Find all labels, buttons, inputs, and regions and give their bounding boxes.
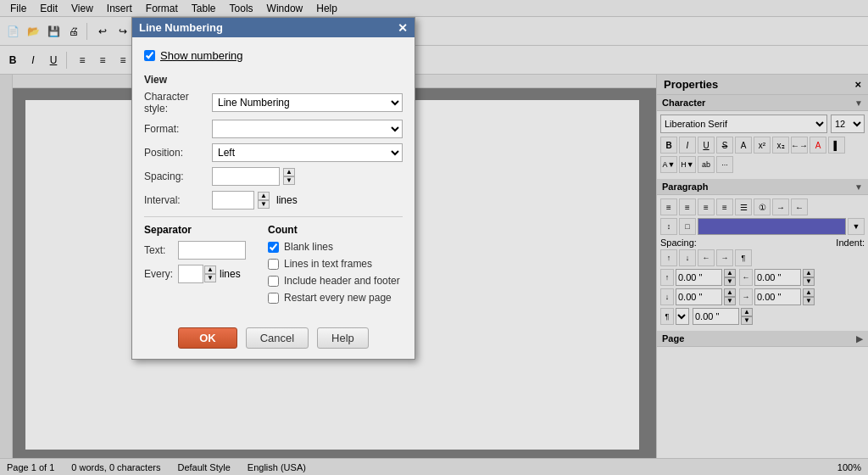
every-spinner[interactable]: ▲ ▼ — [204, 265, 216, 282]
count-header: Count — [268, 224, 403, 236]
dialog-close-button[interactable]: ✕ — [398, 22, 408, 34]
spacing-input[interactable]: 0.50 cm — [212, 167, 280, 186]
position-wrapper: Left — [212, 143, 403, 162]
divider — [144, 216, 403, 217]
separator-header: Separator — [144, 224, 254, 236]
every-suffix: lines — [220, 268, 241, 280]
format-select[interactable] — [212, 120, 403, 138]
include-header-footer-row: Include header and footer — [268, 275, 403, 287]
interval-down[interactable]: ▼ — [258, 200, 270, 209]
blank-lines-row: Blank lines — [268, 241, 403, 253]
show-numbering-label: Show numbering — [160, 49, 243, 62]
separator-count-columns: Separator Text: Every: 3 ▲ ▼ lines — [144, 224, 403, 309]
count-section: Count Blank lines Lines in text frames I… — [268, 224, 403, 309]
spacing-wrapper: 0.50 cm ▲ ▼ — [212, 167, 403, 186]
position-select[interactable]: Left — [212, 143, 403, 162]
format-row: Format: — [144, 120, 403, 138]
show-numbering-row: Show numbering — [144, 46, 403, 65]
include-header-footer-checkbox[interactable] — [268, 276, 279, 287]
every-row: Every: 3 ▲ ▼ lines — [144, 265, 254, 283]
interval-label: Interval: — [144, 194, 212, 206]
lines-in-frames-row: Lines in text frames — [268, 258, 403, 270]
interval-wrapper: 5 ▲ ▼ lines — [212, 191, 403, 210]
spacing-row: Spacing: 0.50 cm ▲ ▼ — [144, 167, 403, 186]
every-down[interactable]: ▼ — [204, 274, 216, 282]
lines-in-frames-label: Lines in text frames — [284, 258, 372, 270]
character-style-label: Character style: — [144, 91, 212, 115]
restart-every-page-row: Restart every new page — [268, 292, 403, 304]
blank-lines-checkbox[interactable] — [268, 242, 279, 253]
character-style-row: Character style: Line Numbering — [144, 91, 403, 115]
help-button[interactable]: Help — [317, 327, 369, 349]
interval-suffix: lines — [276, 194, 298, 206]
every-label: Every: — [144, 268, 178, 280]
dialog-buttons: OK Cancel Help — [132, 321, 415, 359]
interval-row: Interval: 5 ▲ ▼ lines — [144, 191, 403, 210]
spacing-down[interactable]: ▼ — [283, 176, 295, 185]
text-label: Text: — [144, 244, 178, 256]
format-wrapper — [212, 120, 403, 138]
interval-up[interactable]: ▲ — [258, 192, 270, 200]
separator-section: Separator Text: Every: 3 ▲ ▼ lines — [144, 224, 254, 309]
line-numbering-dialog: Line Numbering ✕ Show numbering View Cha… — [131, 17, 415, 360]
include-header-footer-label: Include header and footer — [284, 275, 400, 287]
text-input[interactable] — [178, 241, 246, 260]
dialog-titlebar: Line Numbering ✕ — [132, 18, 415, 37]
every-input[interactable]: 3 — [178, 265, 203, 283]
character-style-select[interactable]: Line Numbering — [212, 93, 403, 112]
interval-spinner[interactable]: ▲ ▼ — [258, 192, 270, 209]
format-label: Format: — [144, 123, 212, 135]
text-row: Text: — [144, 241, 254, 260]
dialog-title: Line Numbering — [139, 21, 223, 34]
restart-every-page-checkbox[interactable] — [268, 293, 279, 304]
blank-lines-label: Blank lines — [284, 241, 333, 253]
spacing-up[interactable]: ▲ — [283, 168, 295, 176]
character-style-wrapper: Line Numbering — [212, 93, 403, 112]
position-row: Position: Left — [144, 143, 403, 162]
cancel-button[interactable]: Cancel — [246, 327, 309, 349]
lines-in-frames-checkbox[interactable] — [268, 259, 279, 270]
restart-every-page-label: Restart every new page — [284, 292, 392, 304]
spacing-spinner[interactable]: ▲ ▼ — [283, 168, 295, 185]
ok-button[interactable]: OK — [178, 327, 237, 349]
view-section-label: View — [144, 74, 403, 86]
spacing-form-label: Spacing: — [144, 170, 212, 182]
show-numbering-checkbox[interactable] — [144, 50, 155, 61]
dialog-overlay: Line Numbering ✕ Show numbering View Cha… — [0, 0, 868, 475]
position-label: Position: — [144, 147, 212, 159]
interval-input[interactable]: 5 — [212, 191, 254, 210]
every-up[interactable]: ▲ — [204, 265, 216, 274]
dialog-body: Show numbering View Character style: Lin… — [132, 37, 415, 321]
